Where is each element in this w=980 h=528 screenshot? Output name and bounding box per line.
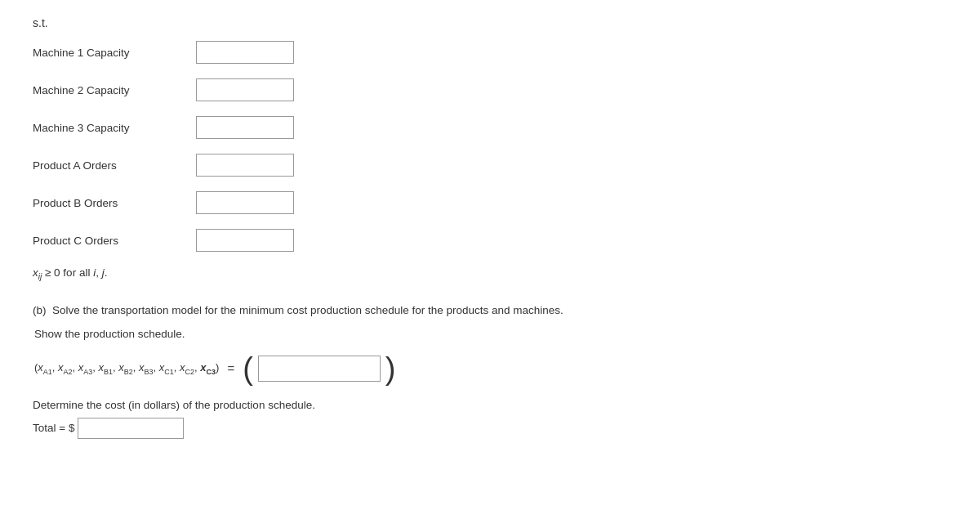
- productA-input[interactable]: [196, 154, 294, 177]
- productB-label: Product B Orders: [33, 197, 180, 209]
- constraint-row-machine2: Machine 2 Capacity: [33, 78, 947, 101]
- st-label: s.t.: [33, 16, 947, 29]
- total-row: Total = $: [33, 418, 947, 439]
- cost-section: Determine the cost (in dollars) of the p…: [33, 399, 947, 439]
- part-b-prefix: (b) Solve the transportation model for t…: [33, 304, 564, 316]
- constraint-row-productA: Product A Orders: [33, 154, 947, 177]
- productC-input[interactable]: [196, 229, 294, 252]
- productC-label: Product C Orders: [33, 235, 180, 247]
- non-negativity-var: xij ≥ 0 for all i, j.: [33, 266, 107, 279]
- schedule-equation-row: (xA1, xA2, xA3, xB1, xB2, xB3, xC1, xC2,…: [34, 353, 947, 384]
- cost-label: Determine the cost (in dollars) of the p…: [33, 399, 947, 411]
- part-b-section: (b) Solve the transportation model for t…: [33, 304, 947, 439]
- schedule-answer-input[interactable]: [258, 356, 381, 382]
- machine1-label: Machine 1 Capacity: [33, 47, 180, 59]
- machine3-input[interactable]: [196, 116, 294, 139]
- right-paren: ): [385, 353, 396, 384]
- machine2-input[interactable]: [196, 78, 294, 101]
- constraint-row-machine1: Machine 1 Capacity: [33, 41, 947, 64]
- machine1-input[interactable]: [196, 41, 294, 64]
- constraint-row-machine3: Machine 3 Capacity: [33, 116, 947, 139]
- equals-sign: =: [227, 361, 234, 375]
- part-b-title: (b) Solve the transportation model for t…: [33, 304, 947, 316]
- constraints-section: Machine 1 Capacity Machine 2 Capacity Ma…: [33, 41, 947, 252]
- machine2-label: Machine 2 Capacity: [33, 84, 180, 96]
- show-schedule-label: Show the production schedule.: [34, 328, 947, 340]
- machine3-label: Machine 3 Capacity: [33, 122, 180, 134]
- show-schedule-text: Show the production schedule.: [34, 328, 185, 340]
- constraint-row-productB: Product B Orders: [33, 191, 947, 214]
- productB-input[interactable]: [196, 191, 294, 214]
- equation-variables: (xA1, xA2, xA3, xB1, xB2, xB3, xC1, xC2,…: [34, 361, 219, 376]
- st-text: s.t.: [33, 16, 48, 29]
- non-negativity-constraint: xij ≥ 0 for all i, j.: [33, 266, 947, 281]
- total-label: Total = $: [33, 422, 74, 434]
- total-input[interactable]: [78, 418, 184, 439]
- productA-label: Product A Orders: [33, 159, 180, 172]
- left-paren: (: [243, 353, 253, 384]
- constraint-row-productC: Product C Orders: [33, 229, 947, 252]
